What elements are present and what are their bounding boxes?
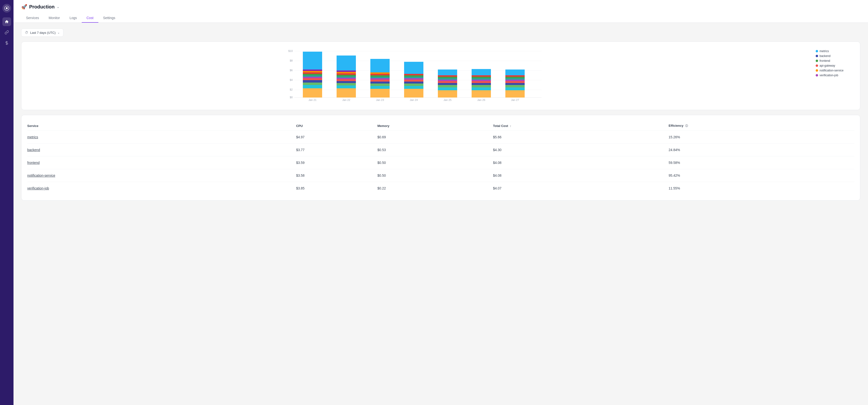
svg-rect-17 [303,83,322,85]
info-icon[interactable]: ⓘ [685,124,688,128]
svg-rect-67 [438,83,457,85]
chart-area: $10 $8 $6 $4 $2 $0 [27,48,810,104]
svg-rect-65 [438,87,457,90]
total-cost-value: $4.30 [493,144,669,156]
svg-rect-70 [438,78,457,80]
svg-rect-55 [404,84,424,86]
total-cost-value: $4.08 [493,156,669,169]
svg-rect-22 [303,74,322,75]
svg-rect-23 [303,73,322,74]
service-link-metrics[interactable]: metrics [27,135,38,139]
svg-rect-33 [337,78,356,79]
production-icon: 🚀 [21,4,27,10]
sidebar [0,0,13,405]
legend-dot-backend [816,55,818,57]
service-link-frontend[interactable]: frontend [27,161,39,165]
svg-text:$4: $4 [290,79,293,81]
svg-text:Jan 25: Jan 25 [443,98,452,102]
svg-rect-28 [337,88,356,97]
bar-chart: $10 $8 $6 $4 $2 $0 [27,48,810,103]
svg-rect-42 [370,86,390,89]
tab-logs[interactable]: Logs [65,13,82,23]
page-content: ⏱ Last 7 days (UTC) ⌄ $10 $8 $6 $4 $2 $0 [13,23,868,206]
col-efficiency: Efficiency ⓘ [669,121,854,131]
chart-card: $10 $8 $6 $4 $2 $0 [21,41,860,110]
col-total-cost[interactable]: Total Cost ↑ [493,121,669,131]
legend-item-verification-job: verification-job [816,74,854,77]
legend-label-metrics: metrics [819,50,829,53]
sidebar-item-links[interactable] [2,28,11,37]
date-filter-dropdown[interactable]: ⏱ Last 7 days (UTC) ⌄ [21,28,63,37]
svg-rect-29 [337,85,356,88]
legend-label-verification-job: verification-job [819,74,838,77]
total-cost-value: $5.66 [493,131,669,144]
svg-text:Jan 22: Jan 22 [342,98,350,102]
svg-rect-25 [303,69,322,71]
svg-rect-88 [505,85,525,87]
svg-rect-92 [505,78,525,80]
legend-label-frontend: frontend [819,59,830,62]
cpu-value: $4.97 [296,131,377,144]
sort-ascending-icon: ↑ [510,124,512,127]
table-row: metrics $4.97 $0.69 $5.66 15.26% [27,131,854,144]
svg-rect-86 [505,90,525,97]
service-link-verification-job[interactable]: verification-job [27,186,49,190]
legend-label-api-gateway: api-gateway [819,64,835,67]
svg-rect-51 [370,59,390,73]
service-link-backend[interactable]: backend [27,148,40,152]
tab-services[interactable]: Services [21,13,44,23]
svg-text:Jan 21: Jan 21 [308,98,316,102]
chart-container: $10 $8 $6 $4 $2 $0 [27,48,854,104]
svg-rect-47 [370,77,390,78]
efficiency-value: 11.55% [669,182,854,195]
sidebar-item-home[interactable] [2,18,11,26]
total-cost-label: Total Cost [493,124,508,128]
efficiency-value: 59.58% [669,156,854,169]
cpu-value: $3.58 [296,169,377,182]
main-content: 🚀 Production ⌄ Services Monitor Logs Cos… [13,0,868,405]
service-link-notification-service[interactable]: notification-service [27,174,55,177]
svg-rect-19 [303,78,322,80]
legend-dot-api-gateway [816,64,818,67]
svg-rect-26 [303,52,322,69]
svg-rect-61 [404,74,424,75]
tab-monitor[interactable]: Monitor [44,13,65,23]
svg-rect-93 [505,77,525,78]
tab-settings[interactable]: Settings [98,13,120,23]
svg-rect-76 [472,87,491,90]
svg-rect-60 [404,75,424,77]
efficiency-value: 95.42% [669,169,854,182]
sidebar-item-billing[interactable] [2,39,11,47]
svg-rect-18 [303,80,322,83]
svg-rect-72 [438,75,457,77]
page-title: Production [29,4,55,10]
svg-rect-34 [337,76,356,78]
memory-value: $0.53 [377,144,493,156]
svg-rect-35 [337,75,356,76]
svg-rect-41 [370,89,390,97]
svg-rect-82 [472,77,491,78]
memory-value: $0.50 [377,169,493,182]
svg-text:Jan 24: Jan 24 [410,98,417,102]
efficiency-label: Efficiency [669,124,683,127]
svg-rect-48 [370,75,390,77]
cpu-value: $3.85 [296,182,377,195]
memory-value: $0.50 [377,156,493,169]
svg-text:$10: $10 [288,50,293,52]
svg-rect-56 [404,82,424,84]
col-memory: Memory [377,121,493,131]
svg-rect-24 [303,71,322,73]
svg-rect-68 [438,81,457,83]
cost-table: Service CPU Memory Total Cost ↑ Efficien… [27,121,854,195]
cpu-value: $3.59 [296,156,377,169]
svg-rect-79 [472,81,491,83]
legend-label-notification-service: notification-service [819,69,843,72]
sidebar-logo [2,4,11,12]
efficiency-value: 15.26% [669,131,854,144]
title-chevron-icon[interactable]: ⌄ [57,5,60,9]
svg-rect-39 [337,56,356,70]
legend-item-api-gateway: api-gateway [816,64,854,67]
tab-cost[interactable]: Cost [82,13,98,23]
svg-rect-54 [404,86,424,89]
svg-text:$6: $6 [290,69,293,72]
